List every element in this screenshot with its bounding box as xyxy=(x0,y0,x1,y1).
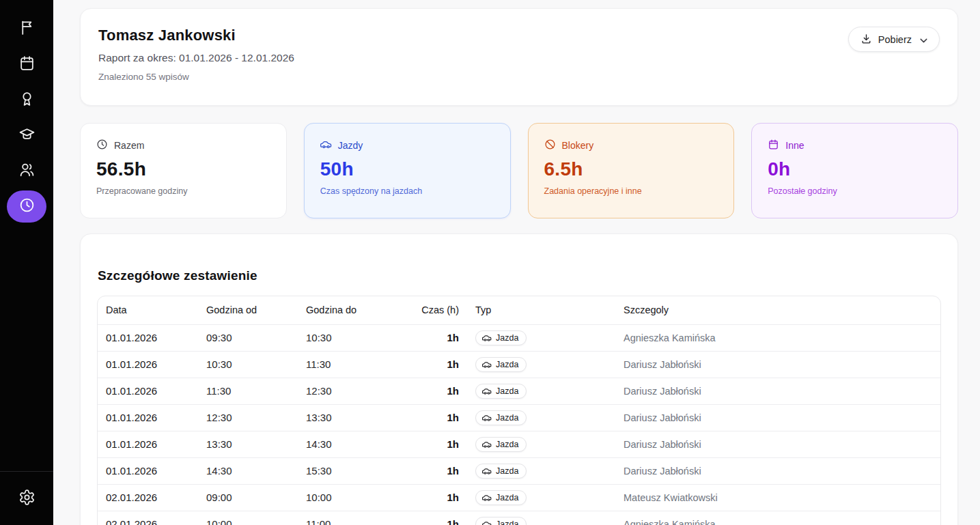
table-row: 02.01.2026 10:00 11:00 1h Jazda Agnieszk… xyxy=(98,511,940,525)
type-badge: Jazda xyxy=(475,410,527,425)
car-icon xyxy=(482,440,492,449)
type-badge-label: Jazda xyxy=(496,493,518,502)
users-icon xyxy=(18,161,36,181)
cell-duration: 1h xyxy=(398,324,467,351)
cell-time-from: 10:30 xyxy=(198,351,298,378)
table-row: 01.01.2026 11:30 12:30 1h Jazda Dariusz … xyxy=(98,378,940,404)
cell-type: Jazda xyxy=(467,404,615,431)
cell-details: Dariusz Jabłoński xyxy=(615,404,940,431)
cell-type: Jazda xyxy=(467,378,615,404)
car-icon xyxy=(482,520,492,525)
cell-time-to: 14:30 xyxy=(298,431,398,457)
car-icon xyxy=(482,413,492,423)
car-icon xyxy=(482,493,492,502)
type-badge: Jazda xyxy=(475,330,527,345)
cell-date: 02.01.2026 xyxy=(98,511,198,525)
table-title: Szczegółowe zestawienie xyxy=(98,268,941,283)
type-badge: Jazda xyxy=(475,357,527,372)
cell-duration: 1h xyxy=(398,431,467,457)
main-content: Tomasz Jankowski Raport za okres: 01.01.… xyxy=(53,0,980,525)
type-badge: Jazda xyxy=(475,464,527,479)
cell-type: Jazda xyxy=(467,511,615,525)
stats-row: Razem 56.5h Przepracowane godziny Jazdy … xyxy=(80,123,958,218)
stat-label: Inne xyxy=(785,140,804,151)
cell-time-from: 09:00 xyxy=(198,484,298,511)
table-row: 01.01.2026 12:30 13:30 1h Jazda Dariusz … xyxy=(98,404,940,431)
type-badge-label: Jazda xyxy=(496,386,518,396)
sidebar-item-education[interactable] xyxy=(7,119,46,152)
cell-duration: 1h xyxy=(398,404,467,431)
stat-card-jazdy: Jazdy 50h Czas spędzony na jazdach xyxy=(304,123,511,218)
cell-time-from: 14:30 xyxy=(198,457,298,484)
sidebar-item-award[interactable] xyxy=(7,84,46,116)
cell-details: Dariusz Jabłoński xyxy=(615,457,940,484)
cell-details: Mateusz Kwiatkowski xyxy=(615,484,940,511)
cell-date: 01.01.2026 xyxy=(98,404,198,431)
cell-time-to: 10:00 xyxy=(298,484,398,511)
cell-date: 01.01.2026 xyxy=(98,378,198,404)
cell-time-to: 11:30 xyxy=(298,351,398,378)
table-row: 01.01.2026 10:30 11:30 1h Jazda Dariusz … xyxy=(98,351,940,378)
table-row: 02.01.2026 09:00 10:00 1h Jazda Mateusz … xyxy=(98,484,940,511)
sidebar xyxy=(0,0,53,525)
stat-description: Zadania operacyjne i inne xyxy=(544,186,718,196)
stat-card-inne-header: Inne xyxy=(768,139,942,152)
stat-label: Razem xyxy=(114,140,144,151)
stat-value: 6.5h xyxy=(544,158,718,180)
cell-details: Agnieszka Kamińska xyxy=(615,324,940,351)
sidebar-item-calendar[interactable] xyxy=(7,48,46,81)
table-row: 01.01.2026 13:30 14:30 1h Jazda Dariusz … xyxy=(98,431,940,457)
sidebar-item-settings[interactable] xyxy=(7,483,46,515)
stat-card-blokery-header: Blokery xyxy=(544,139,718,152)
column-header-godzina-od: Godzina od xyxy=(198,296,298,324)
sidebar-item-users[interactable] xyxy=(7,155,46,187)
column-header-czas: Czas (h) xyxy=(398,296,467,324)
sidebar-item-flag[interactable] xyxy=(7,13,46,45)
sidebar-item-time-active[interactable] xyxy=(7,190,46,223)
cell-time-from: 10:00 xyxy=(198,511,298,525)
cell-type: Jazda xyxy=(467,431,615,457)
sidebar-footer xyxy=(0,471,53,525)
table-row: 01.01.2026 14:30 15:30 1h Jazda Dariusz … xyxy=(98,457,940,484)
cell-duration: 1h xyxy=(398,484,467,511)
car-icon xyxy=(320,139,332,152)
cell-time-to: 15:30 xyxy=(298,457,398,484)
cell-duration: 1h xyxy=(398,351,467,378)
cell-details: Dariusz Jabłoński xyxy=(615,378,940,404)
cell-time-to: 11:00 xyxy=(298,511,398,525)
type-badge: Jazda xyxy=(475,517,527,525)
entries-table: Data Godzina od Godzina do Czas (h) Typ … xyxy=(98,296,940,525)
ban-icon xyxy=(544,139,556,152)
stat-card-inne: Inne 0h Pozostałe godziny xyxy=(751,123,958,218)
cell-date: 01.01.2026 xyxy=(98,324,198,351)
cell-time-to: 12:30 xyxy=(298,378,398,404)
stat-label: Blokery xyxy=(562,140,594,151)
stat-card-razem-header: Razem xyxy=(96,139,270,152)
cell-type: Jazda xyxy=(467,351,615,378)
calendar-icon xyxy=(18,55,36,74)
type-badge: Jazda xyxy=(475,490,527,505)
download-icon xyxy=(860,33,872,46)
table-body: 01.01.2026 09:30 10:30 1h Jazda Agnieszk… xyxy=(98,324,940,525)
column-header-godzina-do: Godzina do xyxy=(298,296,398,324)
cell-duration: 1h xyxy=(398,457,467,484)
car-icon xyxy=(482,333,492,343)
detail-table-card: Szczegółowe zestawienie Data Godzina od … xyxy=(80,233,958,525)
type-badge: Jazda xyxy=(475,384,527,399)
download-button[interactable]: Pobierz xyxy=(848,27,940,52)
cell-type: Jazda xyxy=(467,484,615,511)
cell-duration: 1h xyxy=(398,378,467,404)
column-header-szczegoly: Szczegoly xyxy=(615,296,940,324)
stat-value: 56.5h xyxy=(96,158,270,180)
clock-icon xyxy=(18,197,36,216)
table-header-row: Data Godzina od Godzina do Czas (h) Typ … xyxy=(98,296,940,324)
type-badge-label: Jazda xyxy=(496,413,518,423)
type-badge-label: Jazda xyxy=(496,466,518,476)
type-badge-label: Jazda xyxy=(496,520,518,525)
cell-details: Dariusz Jabłoński xyxy=(615,431,940,457)
cell-type: Jazda xyxy=(467,457,615,484)
type-badge-label: Jazda xyxy=(496,333,518,343)
car-icon xyxy=(482,360,492,369)
cell-date: 01.01.2026 xyxy=(98,351,198,378)
calendar-icon xyxy=(768,139,779,152)
